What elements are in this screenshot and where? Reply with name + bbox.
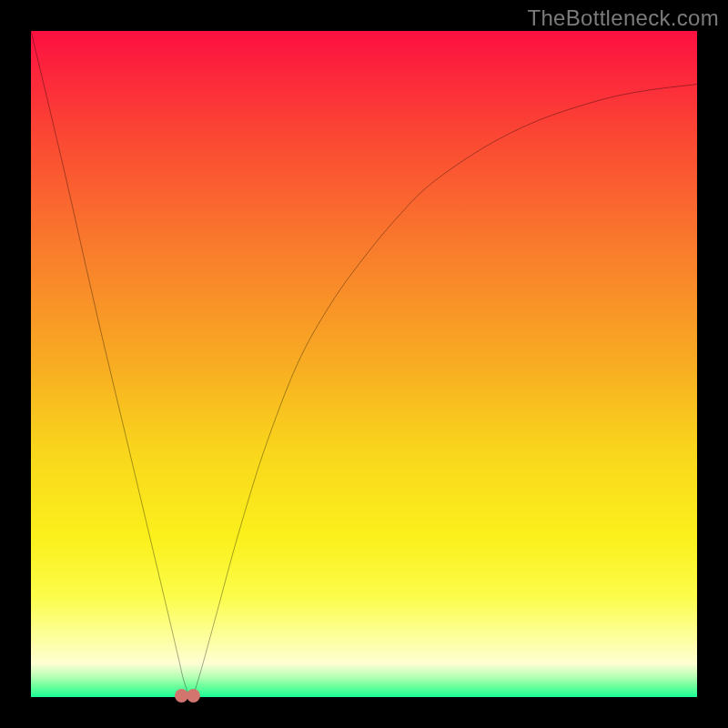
min-dot-right — [187, 689, 200, 703]
watermark-text: TheBottleneck.com — [527, 5, 719, 31]
plot-area — [31, 31, 697, 697]
curve-path — [31, 31, 697, 696]
chart-frame: TheBottleneck.com — [0, 0, 728, 728]
bottleneck-curve — [31, 31, 697, 697]
